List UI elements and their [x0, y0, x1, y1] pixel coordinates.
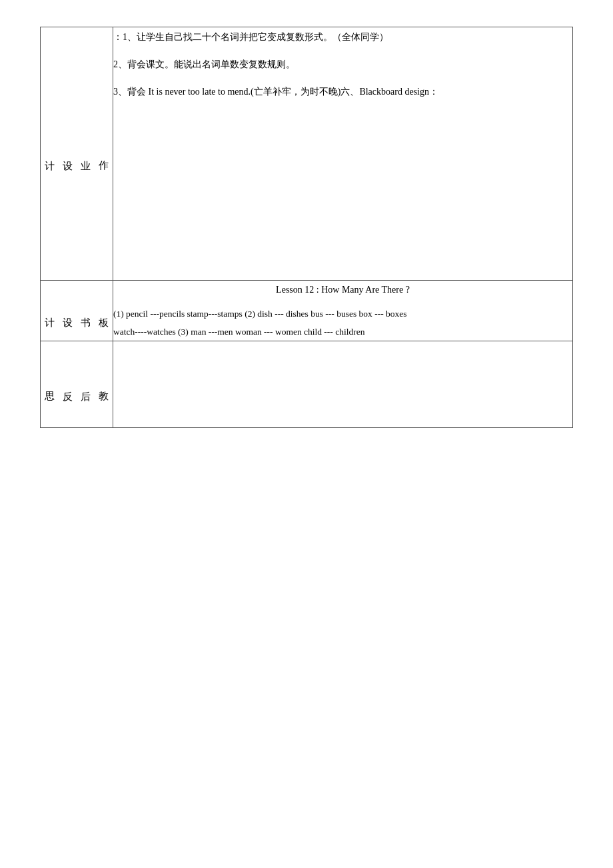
blackboard-items: (1) pencil ---pencils stamp---stamps (2)… [113, 305, 572, 341]
homework-row: 作 业 设 计 ：1、让学生自己找二十个名词并把它变成复数形式。（全体同学） 2… [41, 27, 573, 281]
homework-item-1: ：1、让学生自己找二十个名词并把它变成复数形式。（全体同学） [113, 27, 572, 48]
homework-content: ：1、让学生自己找二十个名词并把它变成复数形式。（全体同学） 2、背会课文。能说… [113, 27, 573, 281]
blackboard-line-1: (1) pencil ---pencils stamp---stamps (2)… [113, 309, 407, 319]
bottom-space [40, 428, 573, 761]
blackboard-row: 板 书 设 计 Lesson 12 : How Many Are There ?… [41, 281, 573, 341]
reflection-content [113, 341, 573, 428]
blackboard-label: 板 书 设 计 [41, 281, 113, 341]
homework-label: 作 业 设 计 [41, 27, 113, 281]
blackboard-line-2: watch----watches (3) man ---men woman --… [113, 327, 364, 337]
blackboard-title: Lesson 12 : How Many Are There ? [113, 281, 572, 299]
main-table: 作 业 设 计 ：1、让学生自己找二十个名词并把它变成复数形式。（全体同学） 2… [40, 27, 573, 428]
homework-item-2: 2、背会课文。能说出名词单数变复数规则。 [113, 55, 572, 75]
homework-item-3: 3、背会 It is never too late to mend.(亡羊补牢，… [113, 82, 572, 103]
reflection-row: 教 后 反 思 [41, 341, 573, 428]
reflection-label: 教 后 反 思 [41, 341, 113, 428]
blackboard-content: Lesson 12 : How Many Are There ? (1) pen… [113, 281, 573, 341]
